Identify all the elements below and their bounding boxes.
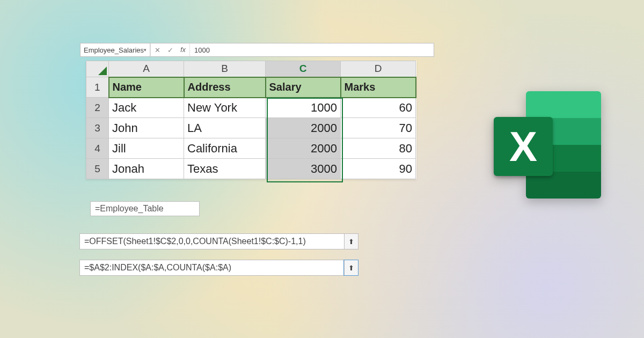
cell-b3[interactable]: LA bbox=[184, 118, 266, 138]
row-head-3[interactable]: 3 bbox=[86, 118, 109, 138]
cell-b5[interactable]: Texas bbox=[184, 159, 266, 179]
formula-index[interactable]: =$A$2:INDEX($A:$A,COUNTA($A:$A) ⬆ bbox=[79, 260, 358, 276]
cell-c3[interactable]: 2000 bbox=[266, 118, 341, 138]
cell-d5[interactable]: 90 bbox=[341, 159, 416, 179]
formula-bar-value[interactable]: 1000 bbox=[190, 43, 434, 56]
cell-a1[interactable]: Name bbox=[109, 77, 184, 98]
cell-a5[interactable]: Jonah bbox=[109, 159, 184, 179]
row-head-4[interactable]: 4 bbox=[86, 138, 109, 159]
cell-b2[interactable]: New York bbox=[184, 98, 266, 118]
cell-d3[interactable]: 70 bbox=[341, 118, 416, 138]
name-box[interactable]: Employee_Salaries bbox=[80, 43, 150, 56]
collapse-icon[interactable]: ⬆ bbox=[344, 234, 358, 249]
cell-a3[interactable]: John bbox=[109, 118, 184, 138]
row-head-1[interactable]: 1 bbox=[86, 77, 109, 98]
formula-offset[interactable]: =OFFSET(Sheet1!$C$2,0,0,COUNTA(Sheet1!$C… bbox=[79, 233, 358, 249]
cell-d1[interactable]: Marks bbox=[341, 77, 416, 98]
col-head-c[interactable]: C bbox=[266, 61, 341, 77]
name-box-value: Employee_Salaries bbox=[84, 46, 144, 54]
cell-b4[interactable]: California bbox=[184, 138, 266, 159]
formula-bar: Employee_Salaries ✕ ✓ fx 1000 bbox=[80, 43, 434, 57]
col-head-a[interactable]: A bbox=[109, 61, 184, 77]
row-head-5[interactable]: 5 bbox=[86, 159, 109, 179]
cell-b1[interactable]: Address bbox=[184, 77, 266, 98]
cell-c5[interactable]: 3000 bbox=[266, 159, 341, 179]
col-head-d[interactable]: D bbox=[341, 61, 416, 77]
cell-c2[interactable]: 1000 bbox=[266, 98, 341, 118]
collapse-icon[interactable]: ⬆ bbox=[344, 260, 358, 275]
cell-c4[interactable]: 2000 bbox=[266, 138, 341, 159]
fx-icon[interactable]: fx bbox=[177, 43, 189, 56]
spreadsheet[interactable]: A B C D 1 Name Address Salary Marks 2 Ja… bbox=[86, 61, 416, 179]
enter-icon[interactable]: ✓ bbox=[164, 43, 177, 56]
excel-logo: X bbox=[494, 91, 601, 199]
formula-table-ref[interactable]: =Employee_Table bbox=[90, 201, 200, 216]
cell-a2[interactable]: Jack bbox=[109, 98, 184, 118]
col-head-b[interactable]: B bbox=[184, 61, 266, 77]
cancel-icon[interactable]: ✕ bbox=[151, 43, 164, 56]
cell-d2[interactable]: 60 bbox=[341, 98, 416, 118]
cell-c1[interactable]: Salary bbox=[266, 77, 341, 98]
row-head-2[interactable]: 2 bbox=[86, 98, 109, 118]
select-all-corner[interactable] bbox=[86, 61, 109, 77]
cell-d4[interactable]: 80 bbox=[341, 138, 416, 159]
excel-x-icon: X bbox=[509, 122, 537, 171]
cell-a4[interactable]: Jill bbox=[109, 138, 184, 159]
